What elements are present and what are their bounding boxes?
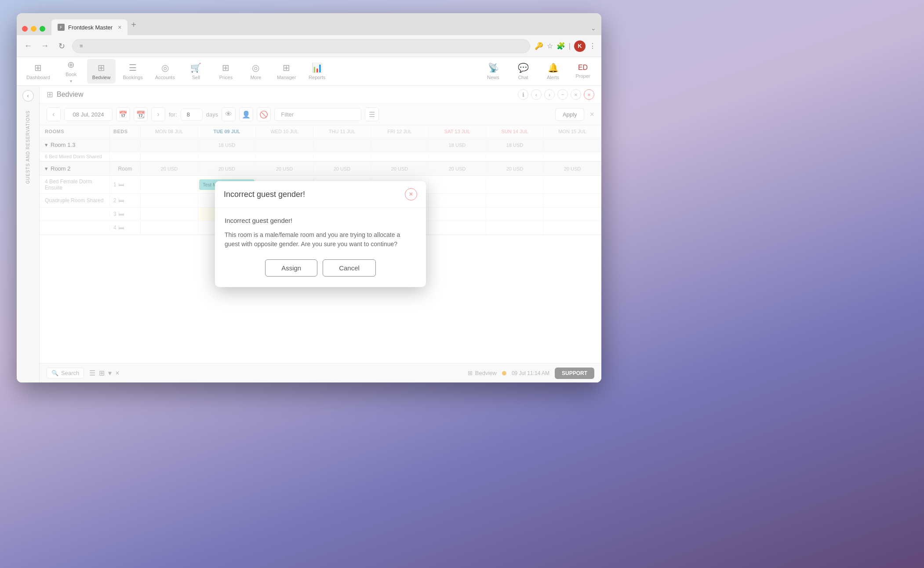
- nav-manager-label: Manager: [277, 75, 296, 80]
- nav-bedview-label: Bedview: [92, 75, 111, 80]
- back-button[interactable]: ←: [22, 40, 34, 52]
- extension-icon[interactable]: 🧩: [557, 42, 565, 50]
- sidebar-toggle-button[interactable]: ‹: [22, 90, 34, 102]
- reload-button[interactable]: ↻: [55, 40, 68, 52]
- address-icons: 🔑 ☆ 🧩 | K ⋮: [535, 40, 596, 52]
- active-tab[interactable]: F Frontdesk Master ×: [51, 19, 127, 35]
- app-content: ⊞ Dashboard ⊕ Book ▾ ⊞ Bedview ☰ Booking…: [17, 57, 601, 382]
- nav-bookings[interactable]: ☰ Bookings: [117, 59, 148, 84]
- modal-message-title: Incorrect guest gender!: [225, 217, 416, 224]
- nav-property-label: Proper: [575, 73, 590, 79]
- separator: |: [569, 42, 571, 50]
- nav-more-label: More: [250, 75, 261, 80]
- new-tab-button[interactable]: +: [129, 18, 138, 32]
- traffic-lights: [22, 26, 45, 32]
- nav-chat[interactable]: 💬 Chat: [509, 59, 537, 84]
- alerts-icon: 🔔: [548, 62, 559, 73]
- key-icon: 🔑: [535, 42, 543, 50]
- user-avatar[interactable]: K: [574, 40, 586, 52]
- nav-bookings-label: Bookings: [123, 75, 142, 80]
- bedview-icon: ⊞: [98, 62, 105, 73]
- menu-icon[interactable]: ⋮: [589, 42, 596, 50]
- sidebar: ‹ Guests and Reservations: [17, 86, 40, 382]
- reports-icon: 📊: [312, 62, 323, 73]
- top-nav: ⊞ Dashboard ⊕ Book ▾ ⊞ Bedview ☰ Booking…: [17, 57, 601, 86]
- nav-sell-label: Sell: [192, 75, 200, 80]
- prices-icon: ⊞: [222, 62, 229, 73]
- forward-button[interactable]: →: [39, 40, 51, 52]
- minimize-traffic-light[interactable]: [31, 26, 36, 32]
- nav-prices[interactable]: ⊞ Prices: [212, 59, 240, 84]
- address-input[interactable]: ≡: [72, 39, 530, 53]
- nav-dashboard[interactable]: ⊞ Dashboard: [21, 59, 55, 84]
- nav-reports[interactable]: 📊 Reports: [303, 59, 331, 84]
- modal-message-body: This room is a male/female room and you …: [225, 230, 416, 249]
- bookmark-icon[interactable]: ☆: [547, 42, 553, 50]
- nav-reports-label: Reports: [309, 75, 326, 80]
- nav-manager[interactable]: ⊞ Manager: [272, 59, 301, 84]
- nav-news[interactable]: 📡 News: [479, 59, 507, 84]
- nav-dashboard-label: Dashboard: [26, 75, 50, 80]
- nav-prices-label: Prices: [219, 75, 233, 80]
- modal-close-button[interactable]: ×: [405, 188, 417, 200]
- browser-window: F Frontdesk Master × + ⌄ ← → ↻ ≡ 🔑 ☆ 🧩 |…: [17, 13, 601, 382]
- modal-overlay: Incorrect guest gender! × Incorrect gues…: [40, 86, 601, 382]
- cancel-button[interactable]: Cancel: [323, 259, 376, 277]
- manager-icon: ⊞: [283, 62, 290, 73]
- nav-accounts[interactable]: ◎ Accounts: [150, 59, 180, 84]
- modal-body: Incorrect guest gender! This room is a m…: [215, 208, 426, 287]
- close-traffic-light[interactable]: [22, 26, 28, 32]
- more-icon: ◎: [252, 62, 259, 73]
- tab-favicon: F: [58, 24, 65, 31]
- nav-alerts-label: Alerts: [547, 75, 559, 80]
- chat-icon: 💬: [518, 62, 529, 73]
- tab-title: Frontdesk Master: [68, 24, 113, 31]
- address-bar-text: ≡: [80, 43, 83, 49]
- nav-book[interactable]: ⊕ Book ▾: [57, 57, 85, 87]
- nav-alerts[interactable]: 🔔 Alerts: [539, 59, 567, 84]
- bookings-icon: ☰: [129, 62, 137, 73]
- nav-sell[interactable]: 🛒 Sell: [182, 59, 210, 84]
- nav-book-label: Book: [65, 72, 76, 77]
- nav-chat-label: Chat: [518, 75, 528, 80]
- dashboard-icon: ⊞: [34, 62, 42, 73]
- nav-property[interactable]: ED Proper: [569, 60, 597, 82]
- accounts-icon: ◎: [161, 62, 169, 73]
- tab-bar: F Frontdesk Master × + ⌄: [17, 13, 601, 35]
- tab-close-button[interactable]: ×: [118, 24, 121, 31]
- maximize-traffic-light[interactable]: [40, 26, 45, 32]
- sidebar-label: Guests and Reservations: [25, 110, 30, 184]
- workspace: ‹ Guests and Reservations ⊞ Bedview ℹ ‹ …: [17, 86, 601, 382]
- gender-warning-modal: Incorrect guest gender! × Incorrect gues…: [215, 181, 426, 287]
- assign-button[interactable]: Assign: [265, 259, 317, 277]
- property-icon: ED: [578, 64, 588, 72]
- nav-news-label: News: [487, 75, 499, 80]
- modal-title: Incorrect guest gender!: [224, 190, 305, 199]
- tabs-dropdown-button[interactable]: ⌄: [591, 25, 596, 32]
- nav-bedview[interactable]: ⊞ Bedview: [87, 59, 116, 84]
- modal-actions: Assign Cancel: [225, 259, 416, 280]
- sell-icon: 🛒: [190, 62, 201, 73]
- address-bar: ← → ↻ ≡ 🔑 ☆ 🧩 | K ⋮: [17, 35, 601, 57]
- main-area: ⊞ Bedview ℹ ‹ › − × × ‹ 08 Jul, 202: [40, 86, 601, 382]
- nav-more[interactable]: ◎ More: [242, 59, 270, 84]
- book-icon: ⊕: [67, 59, 75, 70]
- nav-accounts-label: Accounts: [155, 75, 175, 80]
- news-icon: 📡: [488, 62, 499, 73]
- modal-header: Incorrect guest gender! ×: [215, 181, 426, 208]
